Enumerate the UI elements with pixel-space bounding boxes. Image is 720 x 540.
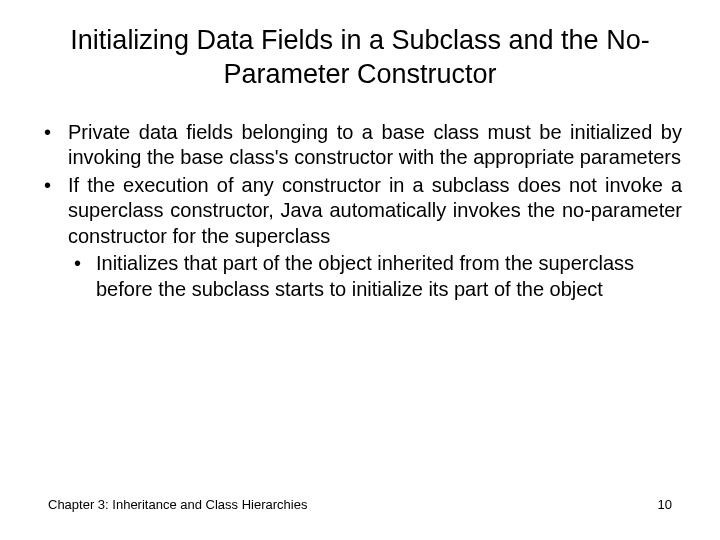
- footer-chapter: Chapter 3: Inheritance and Class Hierarc…: [48, 497, 307, 512]
- slide-footer: Chapter 3: Inheritance and Class Hierarc…: [0, 497, 720, 512]
- sub-bullet-list: Initializes that part of the object inhe…: [68, 251, 682, 302]
- slide-title: Initializing Data Fields in a Subclass a…: [38, 24, 682, 92]
- bullet-list: Private data fields belonging to a base …: [38, 120, 682, 303]
- bullet-item: If the execution of any constructor in a…: [38, 173, 682, 303]
- bullet-text: Private data fields belonging to a base …: [68, 121, 682, 169]
- sub-bullet-text: Initializes that part of the object inhe…: [96, 252, 634, 300]
- slide: Initializing Data Fields in a Subclass a…: [0, 0, 720, 540]
- footer-page-number: 10: [658, 497, 672, 512]
- bullet-text: If the execution of any constructor in a…: [68, 174, 682, 247]
- bullet-item: Private data fields belonging to a base …: [38, 120, 682, 171]
- sub-bullet-item: Initializes that part of the object inhe…: [68, 251, 682, 302]
